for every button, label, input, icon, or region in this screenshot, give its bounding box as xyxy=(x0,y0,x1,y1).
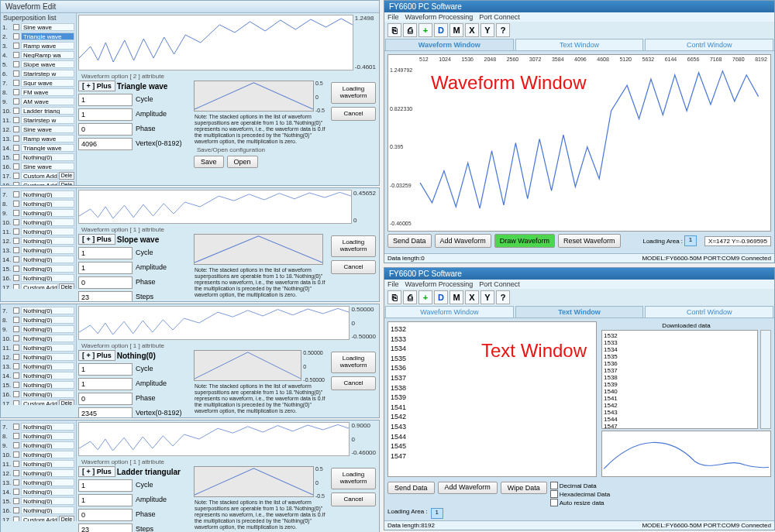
wipe-data-button[interactable]: Wipe Data xyxy=(501,482,547,494)
item-selector[interactable] xyxy=(13,108,19,114)
item-selector[interactable] xyxy=(13,52,19,58)
item-selector[interactable] xyxy=(13,326,19,332)
cycle-input[interactable] xyxy=(78,479,133,492)
superposition-item[interactable]: 10. Nothing(0) xyxy=(1,450,76,459)
toolbar-button[interactable]: M xyxy=(450,290,463,304)
item-selector[interactable] xyxy=(13,391,19,397)
plus-button[interactable]: [ + ] Plus xyxy=(78,81,115,91)
item-selector[interactable] xyxy=(13,307,19,314)
superposition-item[interactable]: 13. Nothing(0) xyxy=(1,362,76,371)
item-selector[interactable] xyxy=(13,163,19,170)
superposition-item[interactable]: 11. Nothing(0) xyxy=(1,227,76,236)
superposition-item[interactable]: 8. FM wave xyxy=(1,88,76,97)
tab-text-window[interactable]: Text Window xyxy=(515,306,644,317)
superposition-item[interactable]: 14. Nothing(0) xyxy=(1,371,76,380)
toolbar-button[interactable]: D xyxy=(434,23,448,37)
text-data-list[interactable]: 1532153315341535153615371538153915411542… xyxy=(388,321,597,477)
item-selector[interactable] xyxy=(13,98,19,105)
item-selector[interactable] xyxy=(13,24,19,30)
superposition-item[interactable]: 10. Nothing(0) xyxy=(1,218,76,227)
item-selector[interactable] xyxy=(13,238,19,244)
cancel-button[interactable]: Cancel xyxy=(331,376,376,391)
phase-input[interactable] xyxy=(78,393,133,405)
item-selector[interactable] xyxy=(13,354,19,360)
item-selector[interactable] xyxy=(13,126,19,132)
superposition-item[interactable]: 8. Nothing(0) xyxy=(1,199,76,208)
item-selector[interactable] xyxy=(13,498,19,504)
toolbar-button[interactable]: X xyxy=(465,290,479,304)
item-selector[interactable] xyxy=(13,70,19,77)
tab-contrl-window[interactable]: Contrl Window xyxy=(645,39,773,50)
item-selector[interactable] xyxy=(13,266,19,272)
toolbar-button[interactable]: D xyxy=(434,290,448,304)
vertex(0-8192)-input[interactable] xyxy=(78,138,133,150)
superposition-item[interactable]: 10. Ladder triang xyxy=(1,106,76,115)
superposition-item[interactable]: 15. Nothing(0) xyxy=(1,264,76,273)
steps-input[interactable] xyxy=(78,291,133,302)
item-selector[interactable] xyxy=(13,256,19,263)
item-selector[interactable] xyxy=(13,424,19,430)
toolbar-button[interactable]: Y xyxy=(480,23,494,37)
reset-waveform-button[interactable]: Reset Waveform xyxy=(558,234,621,248)
plus-button[interactable]: [ + ] Plus xyxy=(78,350,115,361)
toolbar-button[interactable]: M xyxy=(450,23,463,37)
tab-contrl-window[interactable]: Contrl Window xyxy=(645,306,773,317)
superposition-item[interactable]: 15. Nothing(0) xyxy=(1,496,76,506)
decimal-checkbox[interactable] xyxy=(550,482,558,489)
item-selector[interactable] xyxy=(13,182,19,185)
superposition-item[interactable]: 1. Sine wave xyxy=(1,22,76,32)
toolbar-button[interactable]: ⎙ xyxy=(403,23,417,37)
superposition-item[interactable]: 11. Nothing(0) xyxy=(1,343,76,352)
plus-button[interactable]: [ + ] Plus xyxy=(78,466,115,477)
cancel-button[interactable]: Cancel xyxy=(331,493,376,507)
loading-waveform-button[interactable]: Loading waveform xyxy=(331,352,376,373)
amplitude-input[interactable] xyxy=(78,262,133,274)
scrollbar[interactable] xyxy=(760,330,771,429)
item-selector[interactable] xyxy=(13,219,19,225)
item-selector[interactable] xyxy=(13,145,19,151)
item-selector[interactable] xyxy=(13,372,19,379)
superposition-item[interactable]: 10. Nothing(0) xyxy=(1,334,76,343)
superposition-item[interactable]: 12. Nothing(0) xyxy=(1,236,76,245)
item-selector[interactable] xyxy=(13,317,19,323)
superposition-item[interactable]: 9. AM wave xyxy=(1,97,76,106)
superposition-item[interactable]: 15. Nothing(0) xyxy=(1,153,76,162)
loading-waveform-button[interactable]: Loading waveform xyxy=(331,82,376,104)
toolbar-button[interactable]: + xyxy=(418,290,432,304)
cycle-input[interactable] xyxy=(78,363,133,376)
item-selector[interactable] xyxy=(13,191,19,197)
superposition-item[interactable]: 14. Nothing(0) xyxy=(1,487,76,496)
toolbar-button[interactable]: Y xyxy=(480,290,494,304)
superposition-item[interactable]: 16. Nothing(0) xyxy=(1,390,76,399)
item-selector[interactable] xyxy=(13,201,19,207)
send-data-button[interactable]: Send Data xyxy=(388,482,435,494)
loading-area-value[interactable]: 1 xyxy=(684,235,697,246)
superposition-item[interactable]: 17. Custom AddDele xyxy=(1,515,76,521)
superposition-item[interactable]: 11. Starirstep w xyxy=(1,115,76,125)
item-selector[interactable] xyxy=(13,433,19,439)
item-selector[interactable] xyxy=(13,284,19,289)
superposition-item[interactable]: 17. Custom AddDele xyxy=(1,399,76,405)
superposition-item[interactable]: 14. Nothing(0) xyxy=(1,255,76,264)
item-selector[interactable] xyxy=(13,61,19,67)
tab-waveform-window[interactable]: Waveform Window xyxy=(385,39,514,50)
menu-item[interactable]: Port Connect xyxy=(479,280,520,288)
item-selector[interactable] xyxy=(13,335,19,342)
plus-button[interactable]: [ + ] Plus xyxy=(78,234,115,245)
superposition-item[interactable]: 16. Sine wave xyxy=(1,162,76,171)
toolbar-button[interactable]: ⎘ xyxy=(388,290,401,304)
superposition-item[interactable]: 3. Ramp wave xyxy=(1,41,76,50)
superposition-item[interactable]: 7. Nothing(0) xyxy=(1,190,76,199)
item-selector[interactable] xyxy=(13,442,19,448)
cancel-button[interactable]: Cancel xyxy=(331,260,376,275)
save-button[interactable]: Save xyxy=(194,156,224,168)
waveform-plot[interactable]: 5121024153620482560307235844096460851205… xyxy=(388,54,771,232)
open-button[interactable]: Open xyxy=(227,156,258,168)
item-selector[interactable] xyxy=(13,247,19,253)
vertex(0-8192)-input[interactable] xyxy=(78,407,133,418)
add-waveform-button[interactable]: Add Waveform xyxy=(438,482,498,494)
cycle-input[interactable] xyxy=(78,247,133,259)
toolbar-button[interactable]: + xyxy=(418,23,432,37)
superposition-item[interactable]: 7. Nothing(0) xyxy=(1,306,76,315)
toolbar-button[interactable]: ⎘ xyxy=(388,23,401,37)
